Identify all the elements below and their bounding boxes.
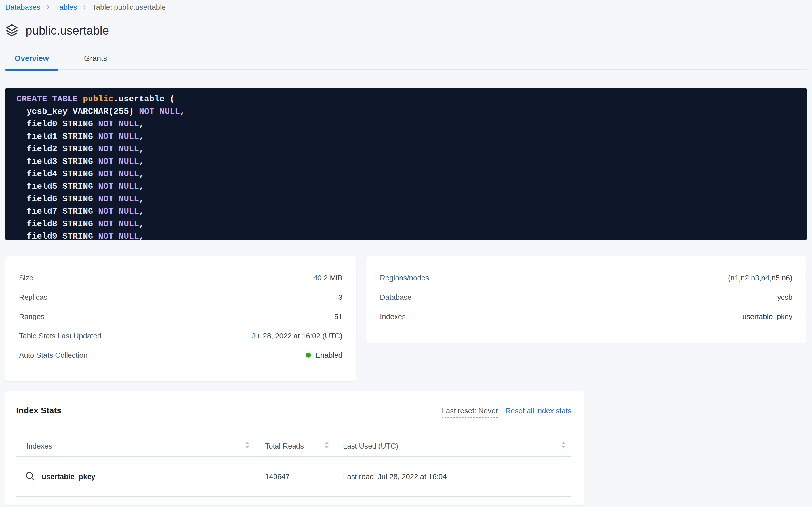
status-dot-icon [306, 352, 311, 358]
stat-value: Jul 28, 2022 at 16:02 (UTC) [251, 332, 342, 340]
stat-value: (n1,n2,n3,n4,n5,n6) [728, 274, 793, 282]
title-row: public.usertable [5, 23, 807, 38]
reset-index-stats-link[interactable]: Reset all index stats [505, 406, 571, 415]
stat-label: Ranges [19, 312, 45, 321]
stat-row: Auto Stats CollectionEnabled [19, 345, 342, 365]
sql-code-line: field3 STRING NOT NULL, [16, 155, 807, 168]
sort-icon[interactable] [561, 441, 566, 451]
stat-label: Size [19, 274, 34, 282]
stat-value: usertable_pkey [743, 312, 793, 321]
breadcrumb-current: Table: public.usertable [92, 2, 166, 12]
stat-value: 3 [338, 293, 342, 302]
stat-label: Indexes [380, 312, 406, 321]
column-label: Last Used (UTC) [343, 442, 398, 451]
sql-code: CREATE TABLE public.usertable ( ycsb_key… [16, 93, 807, 240]
index-table-body: usertable_pkey149647Last read: Jul 28, 2… [16, 457, 571, 497]
index-table-row: usertable_pkey149647Last read: Jul 28, 2… [16, 457, 571, 497]
index-stats-actions: Last reset: Never Reset all index stats [442, 406, 571, 418]
column-header-total-reads[interactable]: Total Reads [256, 441, 334, 451]
stat-value: Enabled [306, 351, 342, 360]
breadcrumb-link-tables[interactable]: Tables [56, 2, 77, 12]
stat-value: 51 [334, 312, 342, 321]
stat-label: Replicas [19, 293, 47, 302]
index-table-header: Indexes Total Reads Last Used (UTC) [16, 436, 571, 457]
index-stats-header: Index Stats Last reset: Never Reset all … [16, 405, 571, 418]
stat-row: Databaseycsb [380, 288, 793, 307]
create-statement-box: CREATE TABLE public.usertable ( ycsb_key… [5, 88, 807, 240]
sql-code-line: field9 STRING NOT NULL, [16, 230, 807, 240]
stat-label: Auto Stats Collection [19, 351, 87, 360]
sql-code-line: field5 STRING NOT NULL, [16, 180, 807, 193]
index-name-link[interactable]: usertable_pkey [42, 472, 95, 481]
table-meta-card: Regions/nodes(n1,n2,n3,n4,n5,n6)Database… [366, 256, 806, 343]
sql-code-line: field0 STRING NOT NULL, [16, 118, 807, 130]
stat-row: Size40.2 MiB [19, 268, 342, 288]
stat-label: Regions/nodes [380, 274, 429, 282]
sort-icon[interactable] [245, 441, 249, 451]
tab-grants[interactable]: Grants [74, 53, 117, 69]
column-header-last-used[interactable]: Last Used (UTC) [334, 441, 572, 451]
stat-row: Indexesusertable_pkey [380, 307, 793, 326]
sql-code-line: field6 STRING NOT NULL, [16, 193, 807, 205]
breadcrumb-link-databases[interactable]: Databases [5, 2, 40, 12]
sql-code-line: field1 STRING NOT NULL, [16, 130, 807, 143]
stat-value: ycsb [777, 293, 793, 302]
stat-label: Database [380, 293, 412, 302]
sql-code-line: field7 STRING NOT NULL, [16, 205, 807, 218]
column-label: Total Reads [265, 442, 304, 451]
stat-cards-row: Size40.2 MiBReplicas3Ranges51Table Stats… [5, 256, 807, 382]
index-name-cell: usertable_pkey [16, 471, 256, 482]
last-used-value: Last read: Jul 28, 2022 at 16:04 [334, 472, 572, 481]
table-detail-page: Databases Tables Table: public.usertable… [0, 0, 812, 506]
stat-label: Table Stats Last Updated [19, 332, 102, 340]
tab-overview[interactable]: Overview [5, 53, 58, 69]
table-stack-icon [5, 23, 19, 38]
sql-code-line: ycsb_key VARCHAR(255) NOT NULL, [16, 105, 807, 118]
tab-bar: Overview Grants [5, 53, 807, 70]
chevron-right-icon [82, 5, 87, 10]
sql-code-line: CREATE TABLE public.usertable ( [16, 93, 807, 105]
stat-row: Ranges51 [19, 307, 342, 326]
stat-row: Regions/nodes(n1,n2,n3,n4,n5,n6) [380, 268, 793, 288]
table-stats-card: Size40.2 MiBReplicas3Ranges51Table Stats… [5, 256, 356, 382]
page-title: public.usertable [25, 23, 109, 38]
sql-code-line: field4 STRING NOT NULL, [16, 168, 807, 180]
chevron-right-icon [45, 5, 51, 10]
index-stats-title: Index Stats [16, 405, 62, 416]
sort-icon[interactable] [325, 441, 329, 451]
total-reads-value: 149647 [256, 472, 334, 481]
breadcrumb: Databases Tables Table: public.usertable [5, 2, 807, 12]
stat-row: Replicas3 [19, 288, 342, 307]
stat-value: 40.2 MiB [313, 274, 342, 282]
search-icon [25, 471, 36, 482]
stat-row: Table Stats Last UpdatedJul 28, 2022 at … [19, 326, 342, 345]
index-stats-card: Index Stats Last reset: Never Reset all … [5, 391, 584, 506]
column-label: Indexes [26, 442, 52, 451]
sql-code-line: field8 STRING NOT NULL, [16, 218, 807, 230]
last-reset-label: Last reset: Never [442, 406, 498, 418]
column-header-indexes[interactable]: Indexes [16, 441, 256, 451]
sql-code-line: field2 STRING NOT NULL, [16, 143, 807, 155]
